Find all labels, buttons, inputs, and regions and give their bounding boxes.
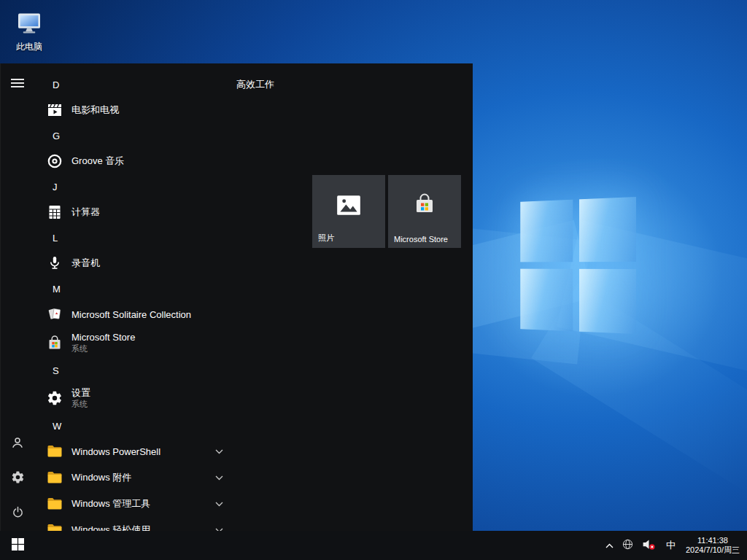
voice-recorder-icon	[45, 254, 64, 273]
expand-menu-button[interactable]	[0, 69, 35, 98]
volume-muted-icon	[641, 538, 657, 553]
app-label: Windows 轻松使用	[71, 524, 150, 531]
app-list-item[interactable]: Microsoft Store 系统	[35, 327, 236, 358]
chevron-down-icon[interactable]	[215, 475, 223, 481]
desktop-icon-label: 此电脑	[7, 41, 51, 53]
network-status[interactable]	[618, 531, 638, 560]
photos-icon	[335, 191, 363, 222]
app-label: Groove 音乐	[71, 155, 124, 168]
folder-icon	[45, 494, 64, 513]
section-letter: S	[53, 365, 59, 376]
app-list-item[interactable]: Groove 音乐	[35, 148, 236, 174]
solitaire-icon	[45, 305, 64, 324]
settings-icon	[45, 389, 64, 408]
clock-date: 2024/7/10/周三	[686, 545, 740, 555]
ime-indicator[interactable]: 中	[660, 531, 681, 560]
app-list-item[interactable]: Microsoft Solitaire Collection	[35, 301, 236, 327]
gear-icon	[11, 470, 25, 486]
folder-icon	[45, 442, 64, 461]
app-list-section-header[interactable]: D	[35, 72, 236, 97]
tile-label: 照片	[318, 233, 382, 244]
folder-icon	[45, 521, 64, 531]
windows-logo-icon	[12, 538, 24, 553]
store-icon	[45, 333, 64, 352]
tile-microsoft-store[interactable]: Microsoft Store	[388, 175, 461, 248]
user-icon	[10, 435, 25, 452]
app-list-item[interactable]: 电影和电视	[35, 97, 236, 123]
start-menu-rail	[0, 63, 35, 531]
app-label: 设置	[71, 388, 90, 399]
clock-time: 11:41:38	[697, 536, 728, 545]
chevron-down-icon[interactable]	[215, 449, 223, 454]
clock[interactable]: 11:41:38 2024/7/10/周三	[681, 531, 747, 560]
app-list-item[interactable]: 计算器	[35, 199, 236, 225]
app-label: 录音机	[71, 257, 100, 270]
app-label: 电影和电视	[71, 104, 119, 117]
start-menu: D 电影和电视 G	[0, 63, 473, 531]
section-letter: D	[53, 79, 59, 90]
section-letter: L	[53, 233, 58, 244]
start-button[interactable]	[0, 531, 35, 560]
section-letter: G	[53, 131, 60, 141]
this-pc-icon	[16, 26, 42, 39]
desktop-icon-this-pc[interactable]: 此电脑	[7, 10, 51, 53]
chevron-up-icon	[605, 539, 614, 552]
globe-network-icon	[622, 538, 634, 553]
app-sublabel: 系统	[71, 400, 90, 409]
app-list-folder[interactable]: Windows 管理工具	[35, 491, 236, 517]
hamburger-icon	[11, 77, 24, 92]
app-label: Microsoft Solitaire Collection	[71, 309, 191, 320]
tile-group-title[interactable]: 高效工作	[236, 78, 274, 91]
app-list-folder[interactable]: Windows 附件	[35, 464, 236, 491]
app-list-section-header[interactable]: M	[35, 276, 236, 301]
app-label: Windows PowerShell	[71, 446, 160, 457]
app-list[interactable]: D 电影和电视 G	[35, 63, 236, 531]
app-list-section-header[interactable]: J	[35, 174, 236, 199]
app-list-section-header[interactable]: G	[35, 123, 236, 148]
store-icon	[411, 191, 438, 220]
app-sublabel: 系统	[71, 344, 135, 354]
app-label: Windows 管理工具	[71, 497, 150, 510]
app-list-section-header[interactable]: W	[35, 413, 236, 438]
app-list-item[interactable]: 录音机	[35, 250, 236, 276]
section-letter: J	[53, 182, 58, 192]
section-letter: M	[53, 284, 61, 295]
movies-tv-icon	[45, 101, 64, 120]
section-letter: W	[53, 421, 61, 432]
hidden-icons-button[interactable]	[600, 531, 618, 560]
app-label: 计算器	[71, 206, 100, 219]
calculator-icon	[45, 203, 64, 222]
tiles-area: 高效工作 照片	[236, 63, 473, 531]
chevron-down-icon[interactable]	[215, 502, 223, 507]
groove-music-icon	[45, 152, 64, 171]
app-list-folder[interactable]: Windows PowerShell	[35, 438, 236, 464]
volume-status[interactable]	[638, 531, 660, 560]
folder-icon	[45, 468, 64, 487]
app-list-folder[interactable]: Windows 轻松使用	[35, 517, 236, 531]
tile-label: Microsoft Store	[394, 235, 458, 244]
app-label: Microsoft Store	[71, 332, 135, 343]
screen: 此电脑	[0, 0, 747, 560]
tile-grid: 照片 Microsoft Store	[312, 175, 461, 248]
tile-photos[interactable]: 照片	[312, 175, 385, 248]
power-button[interactable]	[0, 499, 35, 528]
taskbar: 中 11:41:38 2024/7/10/周三	[0, 531, 747, 560]
app-list-section-header[interactable]: L	[35, 225, 236, 250]
settings-button[interactable]	[0, 464, 35, 493]
windows-hero-logo	[520, 197, 636, 334]
app-list-item[interactable]: 设置 系统	[35, 383, 236, 413]
user-account-button[interactable]	[0, 429, 35, 458]
app-label: Windows 附件	[71, 471, 131, 484]
system-tray: 中 11:41:38 2024/7/10/周三	[600, 531, 747, 560]
power-icon	[11, 505, 25, 521]
app-list-section-header[interactable]: S	[35, 358, 236, 383]
